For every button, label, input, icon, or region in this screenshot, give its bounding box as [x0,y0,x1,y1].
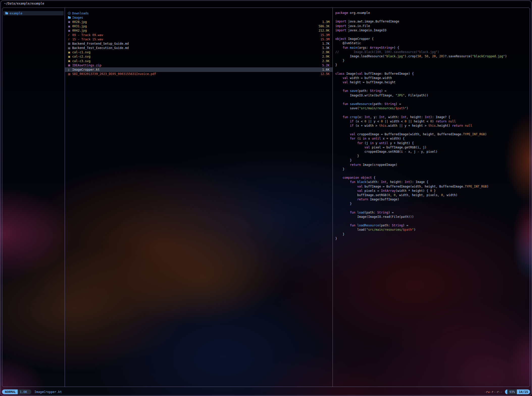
file-name: 0028.jpg [72,20,322,24]
file-size: 2.9K [322,59,330,63]
pill-left-cap [505,389,507,394]
folder-icon [5,12,10,14]
file-permissions: -rw-r--r-- [484,390,502,394]
code-line: Image.loadResource("black.jpg").crop(50,… [335,55,530,59]
code-line: } [335,159,530,163]
file-row[interactable]: ▦IDEAsettings.zip5.2K [65,63,333,67]
file-size: 2.9K [322,50,330,54]
code-line: return Image(croppedImage) [335,163,530,167]
code-line: ImageIO.write(buffImage, "JPG", File(pat… [335,94,530,98]
code-line [335,172,530,176]
file-name: SBI_0032013739_2023_DE05_0003155631Invoi… [72,72,320,76]
cursor-position: 14/15 [517,389,530,394]
file-name: 0042.jpg [72,29,319,32]
yazi-panes: example ↓DownloadsImages▣0028.jpg1.3M▣00… [2,8,530,387]
file-row[interactable]: ♪09 - Track 09.wav15.3M [65,33,333,37]
pill-right-cap [29,389,31,394]
file-size: 1.3K [322,46,330,50]
file-row[interactable]: ▤Backend_Frontend_Setup_Guide.md1.7K [65,41,333,46]
code-line: fun loadResource(path: String) = [335,224,530,228]
file-row[interactable]: ↓Downloads [65,11,333,15]
parent-pane: example [2,8,65,387]
code-line [335,111,530,115]
code-line: // Image.black(100, 100).saveResource("b… [335,50,530,55]
code-icon: ▯ [68,68,72,71]
markdown-icon: ▤ [68,47,72,49]
file-name: Backend_Frontend_Setup_Guide.md [72,42,322,45]
file-size: 15.3M [320,33,330,37]
image-icon: ▣ [68,60,72,62]
code-line: package org.example [335,11,530,15]
image-icon: ▣ [68,25,72,28]
code-line [335,67,530,72]
code-line: val width = buffImage.width [335,76,530,81]
code-line: fun black(width: Int, height: Int): Imag… [335,180,530,184]
file-name: 09 - Track 09.wav [72,33,320,37]
code-line: val height = buffImage.height [335,81,530,85]
code-line: import java.awt.image.BufferedImage [335,20,530,24]
code-line: fun save(path: String) = [335,89,530,93]
file-row[interactable]: Images [65,15,333,20]
file-row[interactable]: ▤Backend_Test_Execution_Guide.md1.3K [65,46,333,50]
file-name: Backend_Test_Execution_Guide.md [72,46,322,50]
file-list-rows: ↓DownloadsImages▣0028.jpg1.3M▣0031.jpg58… [65,8,333,76]
code-line: class Image(val buffImage: BufferedImage… [335,72,530,76]
file-name: 0031.jpg [72,24,319,28]
image-icon: ▣ [68,55,72,58]
file-name: cal-c1.svg [72,50,322,54]
code-line: for (j in y until y + height) { [335,141,530,146]
parent-pane-rows: example [2,8,65,15]
code-line: buffImage.setRGB(0, 0, width, height, pi… [335,193,530,198]
code-line: val pixel = buffImage.getRGB(i, j) [335,146,530,150]
file-row[interactable]: ▣0042.jpg212.9K [65,29,333,33]
code-preview: package org.example import java.awt.imag… [333,8,530,241]
file-name: Downloads [72,12,330,15]
file-row[interactable]: ▯ImageCropper.kt1.6K [65,67,333,72]
code-line [335,33,530,37]
code-line: } [335,63,530,67]
parent-dir-label: example [10,12,62,15]
code-line: } [335,237,530,241]
status-filename: ImageCropper.kt [34,390,62,394]
file-row[interactable]: ♪15 - Track 15.wav15.3M [65,37,333,41]
markdown-icon: ▤ [68,42,72,45]
code-line: val buffImage = BufferedImage(width, hei… [335,185,530,189]
file-row[interactable]: ▨SBI_0032013739_2023_DE05_0003155631Invo… [65,72,333,76]
code-line: croppedImage.setRGB(i - x, j - y, pixel) [335,150,530,154]
archive-icon: ▦ [68,64,72,67]
file-size: 2.9K [322,55,330,58]
folder-icon [68,17,72,19]
file-size: 1.7K [322,42,330,45]
position-pill: 93% 14/15 [505,389,530,394]
pdf-icon: ▨ [68,73,72,75]
file-row[interactable]: ▣0031.jpg586.3K [65,24,333,29]
code-line: fun load(path: String) = [335,211,530,215]
preview-pane: package org.example import java.awt.imag… [333,8,530,387]
status-bar: NORMAL 1.6K ImageCropper.kt -rw-r--r-- 9… [2,389,530,394]
file-size: 1.6K [322,68,330,71]
code-line: fun saveResource(path: String) = [335,102,530,107]
file-row[interactable]: ▣0028.jpg1.3M [65,20,333,24]
file-size: 586.3K [319,24,330,28]
file-size-badge: 1.6K [18,389,29,394]
code-line: val pixels = IntArray(width * height) { … [335,189,530,193]
file-name: cal-c2.svg [72,55,322,58]
image-icon: ▣ [68,51,72,54]
file-row[interactable]: ▣cal-c1.svg2.9K [65,50,333,55]
code-line: if (x < 0 || y < 0 || width < 0 || heigh… [335,120,530,124]
code-line: } [335,154,530,159]
code-line: } [335,167,530,172]
mode-pill: NORMAL 1.6K [2,389,31,394]
code-line: fun crop(x: Int, y: Int, width: Int, hei… [335,115,530,120]
code-line: import java.io.File [335,24,530,29]
code-line [335,219,530,224]
file-row[interactable]: ▣cal-c3.svg2.9K [65,59,333,63]
code-line: for (i in x until x + width) { [335,137,530,141]
file-name: IDEAsettings.zip [72,64,322,67]
file-row[interactable]: ▣cal-c2.svg2.9K [65,55,333,59]
code-line: import javax.imageio.ImageIO [335,29,530,33]
code-line: val croppedImage = BufferedImage(width, … [335,133,530,137]
file-list-pane: ↓DownloadsImages▣0028.jpg1.3M▣0031.jpg58… [65,8,333,387]
code-line: Image(ImageIO.read(File(path))) [335,215,530,219]
parent-dir-item[interactable]: example [3,11,64,15]
